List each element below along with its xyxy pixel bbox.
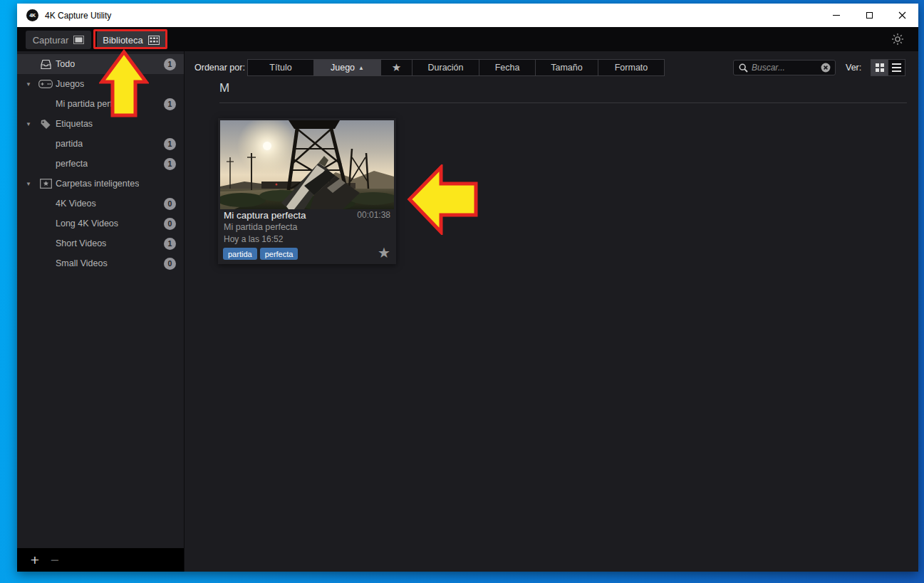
- sort-formato-button[interactable]: Formato: [598, 59, 665, 76]
- favorite-star-icon[interactable]: ★: [378, 244, 390, 261]
- search-icon: [739, 63, 748, 73]
- count-badge: 1: [164, 58, 176, 70]
- count-badge: 1: [164, 238, 176, 250]
- tab-biblioteca-label: Biblioteca: [103, 35, 142, 46]
- inbox-icon: [38, 58, 53, 70]
- app-window: 4K 4K Capture Utility Capturar Bibliotec…: [17, 4, 918, 572]
- sidebar: Todo 1 ▼ Juegos Mi partida perfecta 1 ▼ …: [17, 51, 184, 548]
- sidebar-item-label: Mi partida perfecta: [56, 99, 130, 109]
- sidebar-item-label: Etiquetas: [56, 119, 93, 129]
- sidebar-group-etiquetas[interactable]: ▼ Etiquetas: [17, 114, 184, 134]
- count-badge: 1: [164, 158, 176, 170]
- grid-view-button[interactable]: [871, 59, 888, 76]
- sort-by-label: Ordenar por:: [194, 63, 245, 73]
- sidebar-item-label: perfecta: [56, 159, 88, 169]
- tag-chip[interactable]: perfecta: [260, 248, 299, 260]
- sort-button-group: Título Juego ▲ ★ Duración Fecha Tamaño: [248, 59, 665, 76]
- sort-ascending-icon: ▲: [358, 65, 364, 71]
- maximize-button[interactable]: [853, 4, 886, 27]
- sidebar-item-small-videos[interactable]: Small Videos 0: [17, 253, 184, 273]
- tag-chip[interactable]: partida: [223, 248, 257, 260]
- tab-capturar[interactable]: Capturar: [26, 31, 91, 49]
- sidebar-item-label: 4K Videos: [56, 199, 96, 209]
- sidebar-group-carpetas-inteligentes[interactable]: ▼ Carpetas inteligentes: [17, 174, 184, 194]
- sidebar-item-partida[interactable]: partida 1: [17, 134, 184, 154]
- sidebar-item-4k-videos[interactable]: 4K Videos 0: [17, 194, 184, 214]
- chevron-down-icon[interactable]: ▼: [24, 181, 33, 187]
- sidebar-item-short-videos[interactable]: Short Videos 1: [17, 233, 184, 253]
- video-title: Mi captura perfecta: [224, 210, 306, 221]
- view-label: Ver:: [846, 63, 861, 73]
- gamepad-icon: [38, 78, 53, 90]
- add-smart-folder-button[interactable]: +: [27, 552, 43, 569]
- sort-option-label: Juego: [331, 63, 355, 73]
- count-badge: 0: [164, 198, 176, 210]
- tab-capturar-label: Capturar: [33, 35, 69, 46]
- close-icon: [898, 11, 906, 19]
- sort-juego-button[interactable]: Juego ▲: [313, 59, 381, 76]
- count-badge: 0: [164, 218, 176, 230]
- tag-icon: [38, 117, 53, 130]
- sort-fecha-button[interactable]: Fecha: [479, 59, 536, 76]
- gear-icon: [891, 33, 904, 46]
- chevron-down-icon[interactable]: ▼: [24, 81, 33, 88]
- sidebar-item-label: Small Videos: [56, 258, 108, 268]
- library-content: Ordenar por: Título Juego ▲ ★ Duración F…: [184, 51, 918, 572]
- sidebar-item-perfecta[interactable]: perfecta 1: [17, 154, 184, 174]
- count-badge: 0: [164, 258, 176, 270]
- minimize-button[interactable]: [820, 4, 853, 27]
- sidebar-item-label: Short Videos: [56, 238, 106, 248]
- sidebar-footer: + −: [17, 548, 184, 572]
- sidebar-item-label: Long 4K Videos: [56, 219, 118, 229]
- sort-option-label: Formato: [615, 63, 648, 73]
- tab-bar: Capturar Biblioteca: [17, 27, 918, 51]
- video-card[interactable]: Mi captura perfecta 00:01:38 Mi partida …: [218, 118, 396, 264]
- video-game-name: Mi partida perfecta: [224, 222, 298, 232]
- list-view-button[interactable]: [888, 59, 905, 76]
- sort-option-label: Tamaño: [551, 63, 582, 73]
- minimize-icon: [833, 15, 840, 16]
- video-date: Hoy a las 16:52: [224, 234, 283, 244]
- sidebar-item-mi-partida-perfecta[interactable]: Mi partida perfecta 1: [17, 94, 184, 114]
- sidebar-item-label: Juegos: [56, 79, 84, 89]
- tab-biblioteca[interactable]: Biblioteca: [97, 31, 165, 49]
- star-icon: ★: [392, 61, 401, 74]
- section-divider: [219, 103, 907, 103]
- sidebar-item-todo[interactable]: Todo 1: [17, 54, 184, 74]
- view-mode-group: [871, 59, 905, 76]
- count-badge: 1: [164, 98, 176, 110]
- search-input[interactable]: [752, 63, 821, 73]
- sort-tamano-button[interactable]: Tamaño: [535, 59, 598, 76]
- sort-option-label: Título: [269, 63, 291, 73]
- sort-duracion-button[interactable]: Duración: [412, 59, 479, 76]
- clear-search-icon[interactable]: [821, 63, 831, 73]
- sidebar-item-label: Todo: [56, 59, 75, 69]
- video-thumbnail[interactable]: [220, 120, 394, 209]
- close-button[interactable]: [886, 4, 918, 27]
- chevron-down-icon[interactable]: ▼: [24, 121, 33, 127]
- maximize-icon: [866, 12, 873, 19]
- sort-option-label: Fecha: [495, 63, 520, 73]
- window-title: 4K Capture Utility: [45, 11, 111, 21]
- titlebar[interactable]: 4K 4K Capture Utility: [17, 4, 918, 27]
- video-duration: 00:01:38: [357, 210, 390, 220]
- sort-titulo-button[interactable]: Título: [247, 59, 314, 76]
- sidebar-item-label: partida: [56, 139, 83, 149]
- sidebar-item-long-4k-videos[interactable]: Long 4K Videos 0: [17, 214, 184, 233]
- sort-favorite-button[interactable]: ★: [380, 59, 412, 76]
- settings-gear-button[interactable]: [891, 33, 904, 46]
- video-tags: partida perfecta: [223, 248, 298, 260]
- sort-toolbar: Ordenar por: Título Juego ▲ ★ Duración F…: [185, 59, 918, 76]
- sort-option-label: Duración: [427, 63, 463, 73]
- search-box: [733, 60, 836, 75]
- grid-view-icon: [876, 63, 884, 72]
- count-badge: 1: [164, 138, 176, 150]
- remove-smart-folder-button[interactable]: −: [47, 552, 63, 569]
- library-grid-icon: [148, 36, 160, 45]
- sidebar-group-juegos[interactable]: ▼ Juegos: [17, 74, 184, 94]
- monitor-icon: [73, 36, 84, 44]
- app-logo-icon: 4K: [26, 9, 38, 21]
- smart-folder-icon: [38, 177, 53, 190]
- sidebar-item-label: Carpetas inteligentes: [56, 179, 139, 189]
- section-letter: M: [219, 81, 229, 95]
